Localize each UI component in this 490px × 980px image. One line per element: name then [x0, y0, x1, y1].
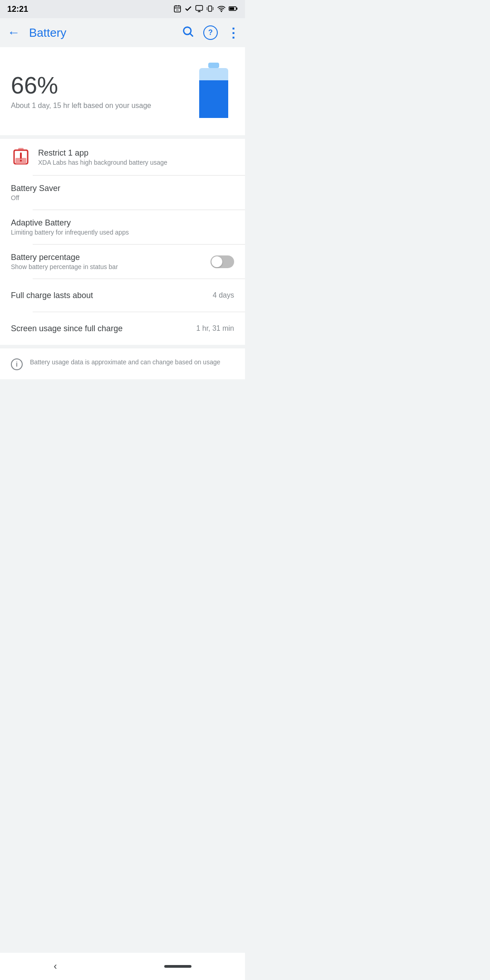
battery-saver-title: Battery Saver	[11, 184, 234, 193]
svg-rect-17	[236, 7, 237, 9]
adaptive-battery-content: Adaptive Battery Limiting battery for in…	[11, 218, 234, 236]
battery-percentage-value: 66%	[11, 73, 151, 98]
status-icons: 31	[173, 5, 238, 14]
full-charge-title: Full charge lasts about	[11, 291, 213, 300]
wifi-icon	[217, 5, 226, 14]
svg-rect-25	[199, 115, 228, 118]
settings-list: Restrict 1 app XDA Labs has high backgro…	[0, 139, 245, 345]
restrict-apps-title: Restrict 1 app	[38, 148, 234, 158]
restrict-apps-subtitle: XDA Labs has high background battery usa…	[38, 159, 234, 166]
battery-time-remaining: About 1 day, 15 hr left based on your us…	[11, 102, 151, 110]
adaptive-battery-subtitle: Limiting battery for infrequently used a…	[11, 229, 234, 236]
help-label: ?	[208, 29, 213, 37]
battery-icon	[193, 62, 234, 121]
svg-rect-21	[208, 63, 219, 68]
full-charge-item: Full charge lasts about 4 days	[0, 279, 245, 312]
battery-percentage-toggle[interactable]	[211, 255, 234, 268]
full-charge-value: 4 days	[213, 291, 234, 299]
status-bar: 12:21 31	[0, 0, 245, 18]
screen-usage-item: Screen usage since full charge 1 hr, 31 …	[0, 312, 245, 345]
status-time: 12:21	[7, 5, 28, 14]
screen-usage-value: 1 hr, 31 min	[196, 324, 234, 333]
page-title: Battery	[29, 26, 181, 40]
restrict-apps-item[interactable]: Restrict 1 app XDA Labs has high backgro…	[0, 139, 245, 175]
battery-percentage-subtitle: Show battery percentage in status bar	[11, 263, 211, 270]
section-divider-1	[0, 135, 245, 139]
toolbar: ← Battery ? ⋮	[0, 18, 245, 47]
screen-usage-content: Screen usage since full charge	[11, 324, 196, 333]
battery-percentage-content: Battery percentage Show battery percenta…	[11, 253, 211, 270]
svg-rect-5	[196, 5, 203, 10]
battery-saver-content: Battery Saver Off	[11, 184, 234, 201]
battery-percentage-title: Battery percentage	[11, 253, 211, 262]
battery-saver-subtitle: Off	[11, 194, 234, 201]
svg-rect-18	[230, 7, 234, 10]
svg-line-20	[190, 34, 192, 36]
calendar-icon: 31	[173, 5, 181, 14]
info-note-text: Battery usage data is approximate and ca…	[30, 358, 220, 367]
full-charge-content: Full charge lasts about	[11, 291, 213, 300]
check-icon	[184, 5, 192, 14]
info-icon: i	[11, 358, 23, 370]
svg-point-15	[221, 11, 222, 12]
vibrate-icon	[206, 5, 214, 14]
battery-info: 66% About 1 day, 15 hr left based on you…	[11, 73, 151, 109]
section-divider-2	[0, 345, 245, 348]
back-button[interactable]: ←	[5, 25, 22, 40]
battery-alert-icon	[11, 147, 31, 167]
battery-percentage-item[interactable]: Battery percentage Show battery percenta…	[0, 245, 245, 279]
restrict-apps-content: Restrict 1 app XDA Labs has high backgro…	[38, 148, 234, 166]
more-options-icon[interactable]: ⋮	[227, 25, 240, 40]
screen-usage-title: Screen usage since full charge	[11, 324, 196, 333]
help-icon[interactable]: ?	[203, 25, 218, 40]
adaptive-battery-item[interactable]: Adaptive Battery Limiting battery for in…	[0, 210, 245, 244]
battery-summary: 66% About 1 day, 15 hr left based on you…	[0, 47, 245, 135]
search-icon[interactable]	[181, 25, 194, 41]
svg-text:31: 31	[176, 9, 179, 11]
svg-rect-30	[20, 160, 22, 162]
svg-rect-29	[20, 152, 22, 159]
status-battery-icon	[229, 5, 238, 14]
display-icon	[195, 5, 203, 14]
svg-rect-8	[208, 6, 212, 11]
info-note-row: i Battery usage data is approximate and …	[0, 348, 245, 379]
battery-saver-item[interactable]: Battery Saver Off	[0, 176, 245, 210]
toolbar-actions: ? ⋮	[181, 25, 240, 41]
adaptive-battery-title: Adaptive Battery	[11, 218, 234, 228]
